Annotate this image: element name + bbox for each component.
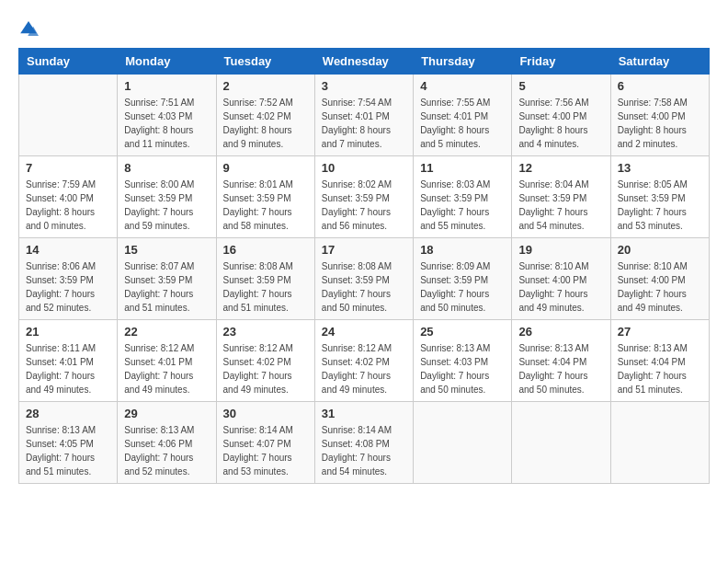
calendar-week-row: 28Sunrise: 8:13 AMSunset: 4:05 PMDayligh…	[19, 402, 710, 484]
calendar-day-cell	[414, 402, 512, 484]
day-number: 13	[618, 161, 702, 175]
weekday-header-cell: Wednesday	[314, 49, 413, 75]
calendar-day-cell: 5Sunrise: 7:56 AMSunset: 4:00 PMDaylight…	[512, 75, 610, 156]
weekday-header-cell: Friday	[512, 49, 610, 75]
day-number: 16	[223, 243, 308, 257]
day-number: 10	[322, 161, 406, 175]
day-number: 31	[322, 407, 406, 420]
calendar-day-cell: 29Sunrise: 8:13 AMSunset: 4:06 PMDayligh…	[118, 402, 216, 484]
calendar-day-cell: 15Sunrise: 8:07 AMSunset: 3:59 PMDayligh…	[118, 238, 216, 320]
day-number: 21	[26, 325, 110, 339]
day-number: 7	[26, 161, 110, 175]
day-number: 14	[26, 243, 110, 257]
calendar-day-cell: 24Sunrise: 8:12 AMSunset: 4:02 PMDayligh…	[314, 320, 413, 402]
day-number: 18	[420, 243, 505, 257]
day-number: 22	[124, 325, 209, 339]
day-info: Sunrise: 8:14 AMSunset: 4:08 PMDaylight:…	[322, 423, 406, 478]
day-number: 23	[223, 325, 308, 339]
calendar-day-cell: 17Sunrise: 8:08 AMSunset: 3:59 PMDayligh…	[314, 238, 413, 320]
header	[18, 18, 710, 39]
day-number: 29	[124, 407, 209, 420]
calendar-day-cell: 14Sunrise: 8:06 AMSunset: 3:59 PMDayligh…	[19, 238, 118, 320]
day-info: Sunrise: 8:13 AMSunset: 4:06 PMDaylight:…	[124, 423, 209, 478]
calendar-week-row: 7Sunrise: 7:59 AMSunset: 4:00 PMDaylight…	[19, 156, 710, 238]
calendar-day-cell: 21Sunrise: 8:11 AMSunset: 4:01 PMDayligh…	[19, 320, 118, 402]
day-number: 27	[618, 325, 702, 339]
day-info: Sunrise: 8:11 AMSunset: 4:01 PMDaylight:…	[26, 341, 110, 396]
day-info: Sunrise: 8:08 AMSunset: 3:59 PMDaylight:…	[322, 259, 406, 315]
day-info: Sunrise: 8:13 AMSunset: 4:04 PMDaylight:…	[618, 341, 702, 396]
day-info: Sunrise: 7:51 AMSunset: 4:03 PMDaylight:…	[124, 96, 209, 151]
calendar-day-cell: 6Sunrise: 7:58 AMSunset: 4:00 PMDaylight…	[610, 75, 709, 156]
calendar-day-cell: 31Sunrise: 8:14 AMSunset: 4:08 PMDayligh…	[314, 402, 413, 484]
calendar-day-cell: 1Sunrise: 7:51 AMSunset: 4:03 PMDaylight…	[118, 75, 216, 156]
calendar-day-cell: 12Sunrise: 8:04 AMSunset: 3:59 PMDayligh…	[512, 156, 610, 238]
day-info: Sunrise: 8:12 AMSunset: 4:02 PMDaylight:…	[223, 341, 308, 396]
day-info: Sunrise: 8:03 AMSunset: 3:59 PMDaylight:…	[420, 178, 505, 233]
calendar-day-cell	[610, 402, 709, 484]
weekday-header-row: SundayMondayTuesdayWednesdayThursdayFrid…	[19, 49, 710, 75]
day-number: 19	[518, 243, 603, 257]
calendar-day-cell: 8Sunrise: 8:00 AMSunset: 3:59 PMDaylight…	[118, 156, 216, 238]
weekday-header-cell: Monday	[118, 49, 216, 75]
day-info: Sunrise: 8:07 AMSunset: 3:59 PMDaylight:…	[124, 259, 209, 315]
day-number: 12	[518, 161, 603, 175]
day-info: Sunrise: 8:05 AMSunset: 3:59 PMDaylight:…	[618, 178, 702, 233]
calendar-week-row: 1Sunrise: 7:51 AMSunset: 4:03 PMDaylight…	[19, 75, 710, 156]
day-number: 4	[420, 79, 505, 93]
calendar-day-cell: 23Sunrise: 8:12 AMSunset: 4:02 PMDayligh…	[216, 320, 314, 402]
calendar-day-cell: 26Sunrise: 8:13 AMSunset: 4:04 PMDayligh…	[512, 320, 610, 402]
calendar-day-cell: 30Sunrise: 8:14 AMSunset: 4:07 PMDayligh…	[216, 402, 314, 484]
day-info: Sunrise: 8:12 AMSunset: 4:01 PMDaylight:…	[124, 341, 209, 396]
calendar-day-cell: 28Sunrise: 8:13 AMSunset: 4:05 PMDayligh…	[19, 402, 118, 484]
day-info: Sunrise: 8:13 AMSunset: 4:03 PMDaylight:…	[420, 341, 505, 396]
day-number: 1	[124, 79, 209, 93]
calendar-day-cell	[19, 75, 118, 156]
calendar-body: 1Sunrise: 7:51 AMSunset: 4:03 PMDaylight…	[19, 75, 710, 484]
calendar-day-cell: 20Sunrise: 8:10 AMSunset: 4:00 PMDayligh…	[610, 238, 709, 320]
weekday-header-cell: Tuesday	[216, 49, 314, 75]
day-number: 17	[322, 243, 406, 257]
day-info: Sunrise: 7:52 AMSunset: 4:02 PMDaylight:…	[223, 96, 308, 151]
day-info: Sunrise: 8:00 AMSunset: 3:59 PMDaylight:…	[124, 178, 209, 233]
calendar-day-cell: 25Sunrise: 8:13 AMSunset: 4:03 PMDayligh…	[414, 320, 512, 402]
day-info: Sunrise: 8:02 AMSunset: 3:59 PMDaylight:…	[322, 178, 406, 233]
day-info: Sunrise: 8:13 AMSunset: 4:05 PMDaylight:…	[26, 423, 110, 478]
calendar-week-row: 14Sunrise: 8:06 AMSunset: 3:59 PMDayligh…	[19, 238, 710, 320]
day-number: 11	[420, 161, 505, 175]
weekday-header-cell: Saturday	[610, 49, 709, 75]
calendar-day-cell: 18Sunrise: 8:09 AMSunset: 3:59 PMDayligh…	[414, 238, 512, 320]
calendar-day-cell: 11Sunrise: 8:03 AMSunset: 3:59 PMDayligh…	[414, 156, 512, 238]
day-info: Sunrise: 7:59 AMSunset: 4:00 PMDaylight:…	[26, 178, 110, 233]
day-number: 24	[322, 325, 406, 339]
calendar-day-cell: 27Sunrise: 8:13 AMSunset: 4:04 PMDayligh…	[610, 320, 709, 402]
day-number: 26	[518, 325, 603, 339]
day-number: 9	[223, 161, 308, 175]
calendar-header: SundayMondayTuesdayWednesdayThursdayFrid…	[19, 49, 710, 75]
day-number: 28	[26, 407, 110, 420]
day-info: Sunrise: 8:10 AMSunset: 4:00 PMDaylight:…	[618, 259, 702, 315]
logo-icon	[18, 18, 39, 39]
day-info: Sunrise: 8:12 AMSunset: 4:02 PMDaylight:…	[322, 341, 406, 396]
calendar-day-cell: 2Sunrise: 7:52 AMSunset: 4:02 PMDaylight…	[216, 75, 314, 156]
day-info: Sunrise: 8:09 AMSunset: 3:59 PMDaylight:…	[420, 259, 505, 315]
calendar-day-cell: 7Sunrise: 7:59 AMSunset: 4:00 PMDaylight…	[19, 156, 118, 238]
day-number: 25	[420, 325, 505, 339]
day-number: 30	[223, 407, 308, 420]
day-info: Sunrise: 8:10 AMSunset: 4:00 PMDaylight:…	[518, 259, 603, 315]
day-info: Sunrise: 8:06 AMSunset: 3:59 PMDaylight:…	[26, 259, 110, 315]
calendar-day-cell: 10Sunrise: 8:02 AMSunset: 3:59 PMDayligh…	[314, 156, 413, 238]
calendar-day-cell: 3Sunrise: 7:54 AMSunset: 4:01 PMDaylight…	[314, 75, 413, 156]
day-number: 6	[618, 79, 702, 93]
calendar: SundayMondayTuesdayWednesdayThursdayFrid…	[18, 48, 710, 484]
day-number: 15	[124, 243, 209, 257]
calendar-day-cell: 4Sunrise: 7:55 AMSunset: 4:01 PMDaylight…	[414, 75, 512, 156]
day-info: Sunrise: 7:56 AMSunset: 4:00 PMDaylight:…	[518, 96, 603, 151]
day-info: Sunrise: 8:01 AMSunset: 3:59 PMDaylight:…	[223, 178, 308, 233]
calendar-day-cell: 16Sunrise: 8:08 AMSunset: 3:59 PMDayligh…	[216, 238, 314, 320]
day-number: 8	[124, 161, 209, 175]
calendar-day-cell	[512, 402, 610, 484]
day-info: Sunrise: 7:55 AMSunset: 4:01 PMDaylight:…	[420, 96, 505, 151]
calendar-day-cell: 22Sunrise: 8:12 AMSunset: 4:01 PMDayligh…	[118, 320, 216, 402]
day-info: Sunrise: 8:08 AMSunset: 3:59 PMDaylight:…	[223, 259, 308, 315]
